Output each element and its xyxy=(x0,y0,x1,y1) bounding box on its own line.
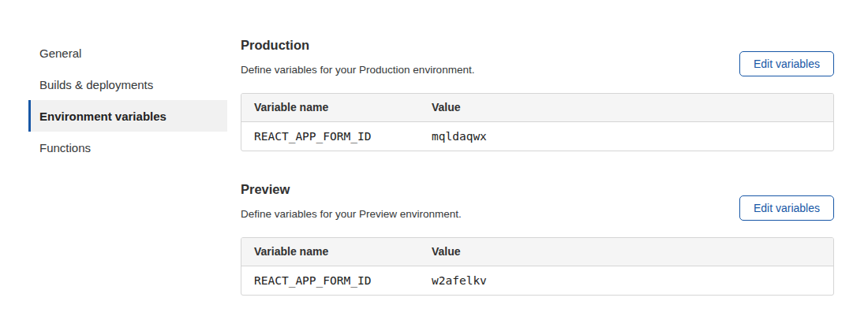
edit-variables-button-preview[interactable]: Edit variables xyxy=(739,195,834,221)
page-title: Production xyxy=(241,37,474,53)
variable-name-cell: REACT_APP_FORM_ID xyxy=(241,266,419,295)
sidebar-item-label: Functions xyxy=(39,141,91,154)
edit-variables-button-production[interactable]: Edit variables xyxy=(739,51,834,76)
table-header-row: Variable name Value xyxy=(241,94,833,121)
production-variables-table: Variable name Value REACT_APP_FORM_ID mq… xyxy=(241,93,834,151)
column-header-variable-name: Variable name xyxy=(241,94,419,121)
production-header-text: Production Define variables for your Pro… xyxy=(241,37,474,76)
sidebar-item-builds-deployments[interactable]: Builds & deployments xyxy=(28,69,227,100)
column-header-variable-name: Variable name xyxy=(241,238,419,266)
sidebar-item-label: Environment variables xyxy=(39,110,166,123)
section-title: Preview xyxy=(241,181,462,197)
environment-variables-panel: Production Define variables for your Pro… xyxy=(241,37,834,296)
table-row: REACT_APP_FORM_ID w2afelkv xyxy=(241,266,833,295)
sidebar-item-label: Builds & deployments xyxy=(39,78,153,91)
sidebar-item-general[interactable]: General xyxy=(28,37,227,69)
preview-section-header: Preview Define variables for your Previe… xyxy=(241,181,834,221)
table-header-row: Variable name Value xyxy=(241,238,833,266)
section-production: Production Define variables for your Pro… xyxy=(241,37,834,151)
settings-sidebar: General Builds & deployments Environment… xyxy=(28,37,227,296)
settings-page: General Builds & deployments Environment… xyxy=(0,0,868,296)
sidebar-item-functions[interactable]: Functions xyxy=(28,132,227,163)
sidebar-item-environment-variables[interactable]: Environment variables xyxy=(28,100,227,132)
preview-variables-table: Variable name Value REACT_APP_FORM_ID w2… xyxy=(241,237,834,296)
table-row: REACT_APP_FORM_ID mqldaqwx xyxy=(241,121,833,151)
variable-value-cell: mqldaqwx xyxy=(419,121,833,151)
column-header-value: Value xyxy=(419,94,833,121)
sidebar-item-label: General xyxy=(39,46,81,60)
variable-value-cell: w2afelkv xyxy=(419,266,833,295)
section-preview: Preview Define variables for your Previe… xyxy=(241,181,834,296)
section-description: Define variables for your Preview enviro… xyxy=(241,207,462,221)
preview-header-text: Preview Define variables for your Previe… xyxy=(241,181,462,221)
production-section-header: Production Define variables for your Pro… xyxy=(241,37,834,76)
variable-name-cell: REACT_APP_FORM_ID xyxy=(241,121,419,151)
section-description: Define variables for your Production env… xyxy=(241,63,474,76)
column-header-value: Value xyxy=(419,238,833,266)
